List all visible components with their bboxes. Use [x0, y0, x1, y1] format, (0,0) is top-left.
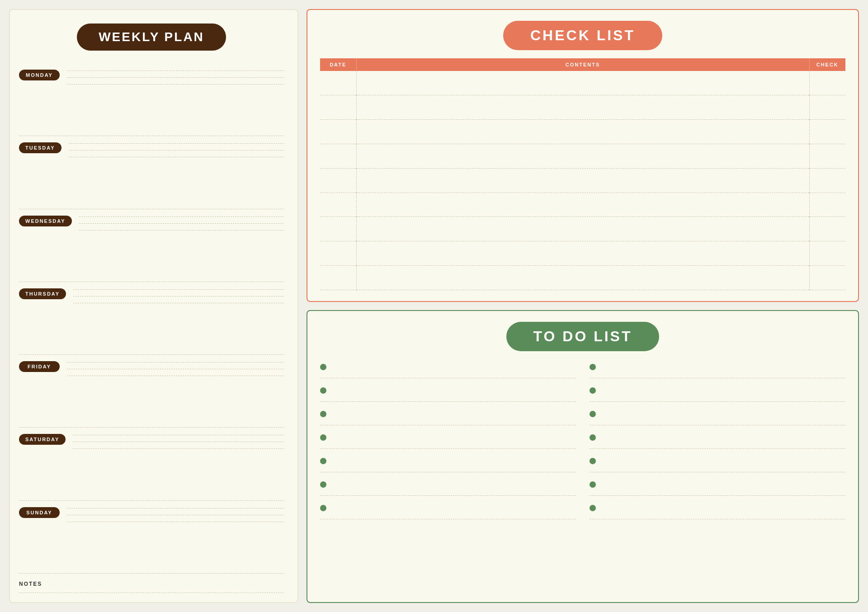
monday-label: MONDAY	[19, 70, 60, 80]
checklist-cell-date	[320, 217, 356, 241]
day-line	[73, 296, 284, 297]
checklist-cell-check	[809, 71, 845, 95]
todo-column-right	[590, 359, 845, 591]
checklist-cell-date	[320, 95, 356, 120]
todo-item-line	[332, 461, 576, 461]
todo-bullet	[320, 364, 326, 370]
todo-item	[590, 359, 845, 378]
wednesday-row: WEDNESDAY	[19, 209, 284, 282]
todo-item-line	[601, 414, 845, 414]
todo-bullet	[590, 505, 596, 511]
checklist-cell-check	[809, 120, 845, 144]
notes-label: NOTES	[19, 581, 284, 587]
checklist-cell-date	[320, 168, 356, 193]
todo-item	[320, 500, 576, 519]
checklist-row	[320, 193, 845, 217]
checklist-cell-contents	[356, 217, 809, 241]
checklist-cell-check	[809, 241, 845, 266]
thursday-label: THURSDAY	[19, 288, 66, 299]
checklist-cell-check	[809, 95, 845, 120]
notes-row: NOTES	[19, 574, 284, 593]
checklist-cell-contents	[356, 266, 809, 290]
todo-bullet	[320, 458, 326, 464]
todo-item-line	[332, 390, 576, 391]
checklist-row	[320, 144, 845, 168]
checklist-header-check: CHECK	[809, 58, 845, 71]
weekly-plan-title: WEEKLY PLAN	[77, 24, 226, 51]
todo-bullet	[590, 458, 596, 464]
main-container: WEEKLY PLAN MONDAY TUESDAY WEDNESDAY	[9, 9, 859, 603]
checklist-cell-date	[320, 241, 356, 266]
day-line	[79, 230, 284, 231]
day-line	[69, 157, 284, 157]
checklist-row	[320, 168, 845, 193]
checklist-cell-contents	[356, 168, 809, 193]
day-line	[67, 71, 284, 71]
day-line	[73, 303, 284, 303]
checklist-row	[320, 266, 845, 290]
checklist-cell-date	[320, 120, 356, 144]
day-line	[67, 515, 284, 515]
checklist-row	[320, 71, 845, 95]
todo-item	[590, 383, 845, 402]
checklist-cell-date	[320, 144, 356, 168]
checklist-cell-check	[809, 266, 845, 290]
day-line	[79, 217, 284, 217]
friday-label: FRIDAY	[19, 361, 60, 372]
checklist-cell-date	[320, 266, 356, 290]
todo-item-line	[332, 367, 576, 367]
weekly-plan-panel: WEEKLY PLAN MONDAY TUESDAY WEDNESDAY	[9, 9, 298, 603]
todo-bullet	[590, 387, 596, 394]
todo-columns	[320, 359, 845, 591]
saturday-lines	[73, 432, 284, 449]
saturday-label: SATURDAY	[19, 434, 66, 445]
right-panel: CHECK LIST DATE CONTENTS CHECK	[307, 9, 859, 603]
todo-item-line	[332, 437, 576, 438]
todolist-title-wrap: TO DO LIST	[320, 322, 845, 351]
todo-item	[320, 383, 576, 402]
day-line	[73, 435, 284, 435]
todo-item-line	[332, 508, 576, 508]
checklist-header-date: DATE	[320, 58, 356, 71]
monday-lines	[67, 68, 284, 85]
day-line	[67, 508, 284, 508]
checklist-panel: CHECK LIST DATE CONTENTS CHECK	[307, 9, 859, 302]
todo-bullet	[320, 481, 326, 488]
todo-bullet	[590, 364, 596, 370]
todo-item-line	[601, 508, 845, 508]
sunday-row: SUNDAY	[19, 501, 284, 574]
checklist-cell-date	[320, 71, 356, 95]
todo-item-line	[601, 437, 845, 438]
day-line	[73, 289, 284, 290]
day-line	[67, 362, 284, 362]
tuesday-row: TUESDAY	[19, 136, 284, 209]
wednesday-label: WEDNESDAY	[19, 216, 72, 226]
todo-bullet	[590, 411, 596, 417]
todo-item	[320, 453, 576, 472]
tuesday-lines	[69, 141, 284, 157]
todo-item	[590, 453, 845, 472]
todo-item-line	[601, 484, 845, 485]
thursday-row: THURSDAY	[19, 282, 284, 355]
checklist-title: CHECK LIST	[503, 21, 662, 50]
todo-item	[590, 430, 845, 449]
checklist-header-row: DATE CONTENTS CHECK	[320, 58, 845, 71]
saturday-row: SATURDAY	[19, 428, 284, 500]
monday-row: MONDAY	[19, 63, 284, 136]
day-line	[67, 77, 284, 78]
checklist-cell-contents	[356, 71, 809, 95]
checklist-cell-date	[320, 193, 356, 217]
todo-item-line	[601, 390, 845, 391]
notes-line	[19, 593, 284, 593]
todo-item	[320, 477, 576, 496]
day-line	[69, 143, 284, 144]
todo-item	[320, 359, 576, 378]
checklist-cell-contents	[356, 193, 809, 217]
wednesday-lines	[79, 214, 284, 231]
day-line	[69, 150, 284, 151]
todo-item	[590, 406, 845, 425]
todolist-panel: TO DO LIST	[307, 310, 859, 603]
todo-bullet	[320, 434, 326, 441]
todo-column-left	[320, 359, 576, 591]
thursday-lines	[73, 287, 284, 303]
